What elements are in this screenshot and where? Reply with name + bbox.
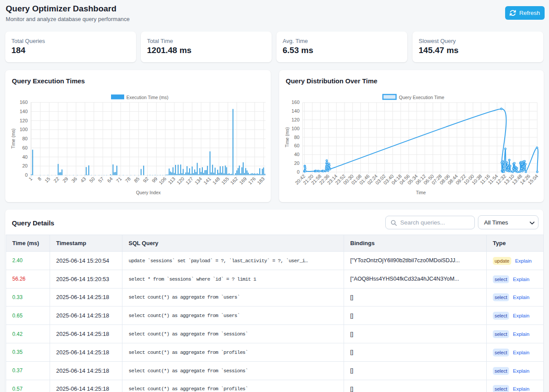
svg-text:50: 50	[88, 176, 96, 183]
svg-text:29: 29	[61, 176, 69, 183]
svg-text:Query Index: Query Index	[136, 190, 161, 195]
svg-text:134: 134	[194, 176, 203, 185]
svg-text:60: 60	[294, 143, 299, 148]
svg-text:183: 183	[256, 176, 266, 185]
svg-text:0: 0	[25, 172, 28, 178]
svg-text:160: 160	[20, 100, 28, 105]
svg-text:141: 141	[202, 176, 212, 185]
svg-text:60: 60	[22, 145, 28, 150]
svg-text:15: 15	[43, 176, 51, 183]
svg-text:Time (ms): Time (ms)	[285, 127, 290, 147]
svg-text:176: 176	[247, 176, 256, 185]
svg-text:20: 20	[22, 163, 28, 168]
svg-text:40: 40	[22, 154, 28, 160]
svg-text:120: 120	[291, 117, 299, 122]
svg-text:64: 64	[106, 176, 114, 183]
svg-text:80: 80	[294, 135, 299, 140]
svg-text:Time (ms): Time (ms)	[11, 128, 16, 149]
svg-text:92: 92	[142, 176, 149, 183]
svg-text:100: 100	[291, 126, 299, 131]
svg-text:57: 57	[97, 176, 105, 183]
svg-text:162: 162	[230, 176, 239, 185]
svg-text:99: 99	[151, 176, 158, 183]
svg-text:120: 120	[176, 176, 185, 185]
svg-text:1: 1	[28, 176, 33, 182]
svg-text:71: 71	[115, 176, 122, 183]
svg-text:85: 85	[133, 176, 140, 183]
svg-text:0: 0	[297, 169, 299, 175]
svg-text:127: 127	[185, 176, 194, 185]
svg-text:140: 140	[291, 108, 299, 114]
svg-text:Query Execution Time: Query Execution Time	[399, 95, 444, 100]
svg-text:Execution Time (ms): Execution Time (ms)	[126, 95, 169, 100]
svg-text:40: 40	[294, 152, 299, 157]
svg-text:36: 36	[70, 176, 78, 183]
svg-text:113: 113	[167, 176, 176, 185]
svg-text:43: 43	[79, 176, 87, 183]
svg-text:106: 106	[158, 176, 167, 185]
svg-text:160: 160	[291, 100, 299, 105]
svg-text:20: 20	[294, 160, 299, 166]
svg-text:155: 155	[220, 176, 230, 185]
svg-text:78: 78	[124, 176, 132, 183]
svg-text:8: 8	[36, 176, 42, 182]
svg-text:80: 80	[22, 136, 28, 141]
svg-text:148: 148	[212, 176, 221, 185]
svg-text:Time: Time	[416, 190, 426, 195]
svg-text:120: 120	[20, 118, 28, 123]
svg-text:100: 100	[20, 127, 28, 132]
svg-text:140: 140	[20, 109, 28, 114]
svg-text:169: 169	[238, 176, 248, 185]
svg-text:22: 22	[53, 176, 60, 183]
